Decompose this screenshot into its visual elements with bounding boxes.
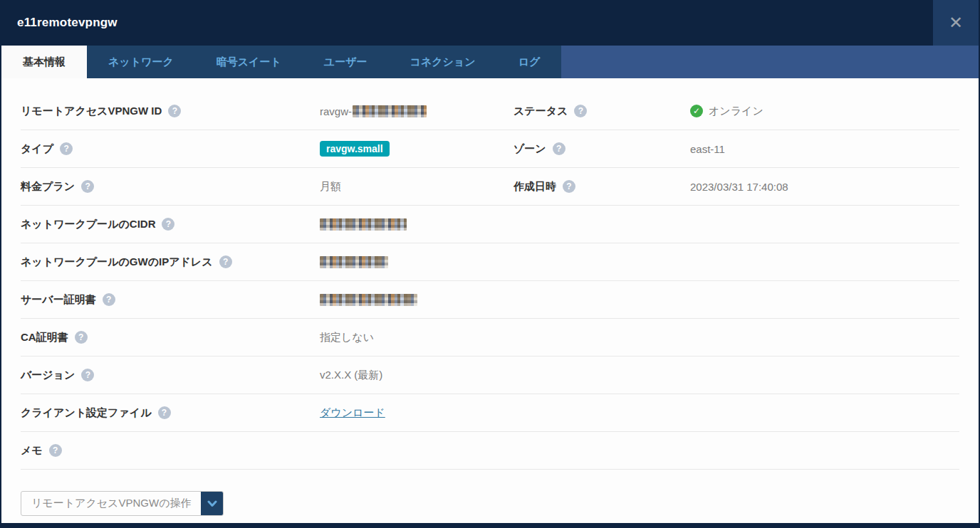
status-online-check-icon: ✓: [690, 105, 703, 117]
help-icon[interactable]: ?: [60, 142, 73, 155]
modal-bottom-border: [1, 523, 979, 528]
help-icon[interactable]: ?: [49, 444, 62, 457]
help-icon[interactable]: ?: [75, 331, 88, 344]
tab-connections[interactable]: コネクション: [389, 46, 497, 78]
help-icon[interactable]: ?: [81, 180, 94, 193]
chevron-down-icon[interactable]: [201, 492, 223, 515]
help-icon[interactable]: ?: [563, 180, 575, 193]
help-icon[interactable]: ?: [168, 105, 181, 117]
field-label-pool-cidr: ネットワークプールのCIDR: [21, 218, 155, 231]
zone-value: east-11: [690, 143, 725, 155]
help-icon[interactable]: ?: [574, 105, 587, 117]
tab-list: 基本情報 ネットワーク 暗号スイート ユーザー コネクション ログ: [1, 46, 561, 78]
tab-log[interactable]: ログ: [497, 46, 562, 78]
field-label-plan: 料金プラン: [21, 180, 75, 194]
version-value: v2.X.X (最新): [320, 369, 382, 382]
row-plan-created: 料金プラン ? 月額 作成日時 ? 2023/03/31 17:40:08: [21, 168, 959, 206]
plan-value: 月額: [320, 180, 341, 194]
help-icon[interactable]: ?: [162, 218, 174, 231]
field-label-ravgw-id: リモートアクセスVPNGW ID: [21, 105, 162, 118]
vpngw-actions-dropdown-button[interactable]: リモートアクセスVPNGWの操作: [21, 491, 224, 516]
tab-bar: 基本情報 ネットワーク 暗号スイート ユーザー コネクション ログ: [1, 46, 979, 78]
help-icon[interactable]: ?: [103, 293, 115, 306]
tab-basic-info[interactable]: 基本情報: [1, 46, 87, 78]
row-pool-gw-ip: ネットワークプールのGWのIPアドレス ?: [21, 243, 959, 281]
ravgw-id-value-prefix: ravgw-: [320, 105, 352, 117]
row-ca-cert: CA証明書 ? 指定しない: [21, 319, 959, 357]
row-server-cert: サーバー証明書 ?: [21, 281, 959, 319]
pool-cidr-masked-value: [320, 218, 407, 231]
field-label-client-config: クライアント設定ファイル: [21, 406, 152, 420]
field-label-pool-gw-ip: ネットワークプールのGWのIPアドレス: [21, 255, 213, 269]
server-cert-masked-value: [320, 294, 417, 306]
field-label-created: 作成日時: [514, 180, 556, 194]
field-label-type: タイプ: [21, 142, 53, 156]
created-value: 2023/03/31 17:40:08: [690, 181, 788, 193]
field-label-status: ステータス: [514, 105, 568, 118]
row-version: バージョン ? v2.X.X (最新): [21, 357, 959, 394]
chevron-down-glyph: [207, 500, 217, 507]
vpngw-actions-label: リモートアクセスVPNGWの操作: [21, 492, 201, 515]
status-value: オンライン: [709, 105, 763, 118]
row-type-zone: タイプ ? ravgw.small ゾーン ? east-11: [21, 130, 959, 168]
help-icon[interactable]: ?: [553, 142, 565, 155]
field-label-version: バージョン: [21, 369, 75, 382]
field-label-memo: メモ: [21, 444, 43, 458]
tab-users[interactable]: ユーザー: [303, 46, 389, 78]
help-icon[interactable]: ?: [219, 255, 232, 268]
ca-cert-value: 指定しない: [320, 331, 374, 344]
help-icon[interactable]: ?: [81, 369, 94, 381]
close-icon[interactable]: ✕: [933, 0, 979, 46]
window-title: e11remotevpngw: [1, 16, 118, 30]
download-link[interactable]: ダウンロード: [320, 406, 385, 420]
field-label-server-cert: サーバー証明書: [21, 293, 96, 307]
row-pool-cidr: ネットワークプールのCIDR ?: [21, 206, 959, 243]
basic-info-panel: リモートアクセスVPNGW ID ? ravgw- ステータス ? ✓ オンライ…: [1, 78, 979, 523]
titlebar: e11remotevpngw ✕: [1, 0, 979, 46]
row-ravgw-id-status: リモートアクセスVPNGW ID ? ravgw- ステータス ? ✓ オンライ…: [21, 93, 959, 130]
action-area: リモートアクセスVPNGWの操作: [21, 491, 959, 516]
type-badge: ravgw.small: [320, 141, 390, 157]
field-label-zone: ゾーン: [514, 142, 546, 156]
help-icon[interactable]: ?: [158, 406, 171, 419]
ravgw-id-masked-value: [353, 105, 427, 117]
row-client-config: クライアント設定ファイル ? ダウンロード: [21, 394, 959, 432]
field-label-ca-cert: CA証明書: [21, 331, 68, 344]
pool-gw-ip-masked-value: [320, 256, 388, 268]
tab-cipher-suite[interactable]: 暗号スイート: [195, 46, 303, 78]
tab-network[interactable]: ネットワーク: [87, 46, 195, 78]
row-memo: メモ ?: [21, 432, 959, 470]
vpngw-detail-modal: e11remotevpngw ✕ 基本情報 ネットワーク 暗号スイート ユーザー…: [0, 0, 980, 528]
